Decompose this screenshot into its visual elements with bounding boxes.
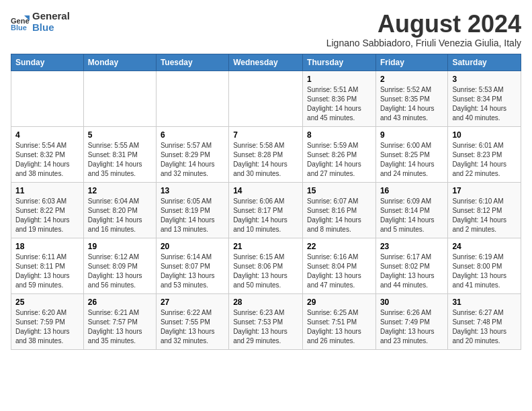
day-number: 25 — [15, 298, 79, 307]
day-info: Sunrise: 5:58 AM Sunset: 8:28 PM Dayligh… — [233, 141, 298, 179]
day-info: Sunrise: 6:01 AM Sunset: 8:23 PM Dayligh… — [452, 141, 517, 179]
logo-icon: General Blue — [11, 13, 30, 32]
calendar-cell: 18Sunrise: 6:11 AM Sunset: 8:11 PM Dayli… — [11, 238, 84, 293]
calendar-cell: 5Sunrise: 5:55 AM Sunset: 8:31 PM Daylig… — [83, 126, 156, 182]
calendar-cell: 28Sunrise: 6:23 AM Sunset: 7:53 PM Dayli… — [229, 293, 303, 349]
header-sunday: Sunday — [11, 54, 84, 71]
day-number: 22 — [307, 242, 371, 251]
day-info: Sunrise: 6:10 AM Sunset: 8:12 PM Dayligh… — [452, 197, 517, 234]
day-number: 16 — [380, 186, 443, 195]
day-number: 20 — [161, 242, 224, 251]
day-info: Sunrise: 6:07 AM Sunset: 8:16 PM Dayligh… — [307, 197, 371, 234]
day-number: 14 — [233, 186, 298, 195]
calendar-body: 1Sunrise: 5:51 AM Sunset: 8:36 PM Daylig… — [11, 71, 521, 349]
calendar-cell: 21Sunrise: 6:15 AM Sunset: 8:06 PM Dayli… — [229, 238, 303, 293]
day-number: 28 — [233, 298, 298, 307]
month-title: August 2024 — [326, 11, 521, 38]
day-number: 18 — [15, 242, 79, 251]
calendar-table: SundayMondayTuesdayWednesdayThursdayFrid… — [11, 54, 521, 350]
calendar-cell: 30Sunrise: 6:26 AM Sunset: 7:49 PM Dayli… — [375, 293, 447, 349]
calendar-cell: 25Sunrise: 6:20 AM Sunset: 7:59 PM Dayli… — [11, 293, 84, 349]
calendar-cell: 10Sunrise: 6:01 AM Sunset: 8:23 PM Dayli… — [448, 126, 521, 182]
calendar-cell: 27Sunrise: 6:22 AM Sunset: 7:55 PM Dayli… — [156, 293, 228, 349]
calendar-cell: 6Sunrise: 5:57 AM Sunset: 8:29 PM Daylig… — [156, 126, 228, 182]
logo-general: General — [32, 11, 70, 22]
week-row-2: 4Sunrise: 5:54 AM Sunset: 8:32 PM Daylig… — [11, 126, 521, 182]
header: General Blue General Blue August 2024 Li… — [11, 11, 521, 48]
header-monday: Monday — [83, 54, 156, 71]
header-row: SundayMondayTuesdayWednesdayThursdayFrid… — [11, 54, 521, 71]
day-number: 1 — [307, 75, 371, 84]
header-tuesday: Tuesday — [156, 54, 228, 71]
day-number: 10 — [452, 130, 517, 140]
day-info: Sunrise: 6:19 AM Sunset: 8:00 PM Dayligh… — [452, 253, 517, 290]
week-row-5: 25Sunrise: 6:20 AM Sunset: 7:59 PM Dayli… — [11, 293, 521, 349]
day-info: Sunrise: 5:57 AM Sunset: 8:29 PM Dayligh… — [161, 141, 224, 179]
calendar-cell: 20Sunrise: 6:14 AM Sunset: 8:07 PM Dayli… — [156, 238, 228, 293]
calendar-header: SundayMondayTuesdayWednesdayThursdayFrid… — [11, 54, 521, 71]
day-info: Sunrise: 5:51 AM Sunset: 8:36 PM Dayligh… — [307, 85, 371, 123]
calendar-cell: 3Sunrise: 5:53 AM Sunset: 8:34 PM Daylig… — [448, 71, 521, 126]
calendar-cell: 15Sunrise: 6:07 AM Sunset: 8:16 PM Dayli… — [303, 182, 376, 238]
logo: General Blue General Blue — [11, 11, 70, 33]
day-number: 29 — [307, 298, 371, 307]
svg-text:Blue: Blue — [11, 24, 27, 32]
day-number: 5 — [88, 130, 152, 140]
week-row-3: 11Sunrise: 6:03 AM Sunset: 8:22 PM Dayli… — [11, 182, 521, 238]
calendar-cell: 2Sunrise: 5:52 AM Sunset: 8:35 PM Daylig… — [375, 71, 447, 126]
calendar-cell — [83, 71, 156, 126]
header-saturday: Saturday — [448, 54, 521, 71]
day-number: 9 — [380, 130, 443, 140]
day-info: Sunrise: 6:00 AM Sunset: 8:25 PM Dayligh… — [380, 141, 443, 179]
day-info: Sunrise: 6:20 AM Sunset: 7:59 PM Dayligh… — [15, 308, 79, 346]
day-number: 27 — [161, 298, 224, 307]
day-info: Sunrise: 5:53 AM Sunset: 8:34 PM Dayligh… — [452, 85, 517, 123]
logo-blue: Blue — [32, 22, 70, 34]
day-info: Sunrise: 6:23 AM Sunset: 7:53 PM Dayligh… — [233, 308, 298, 346]
calendar-cell: 1Sunrise: 5:51 AM Sunset: 8:36 PM Daylig… — [303, 71, 376, 126]
header-wednesday: Wednesday — [229, 54, 303, 71]
day-info: Sunrise: 6:17 AM Sunset: 8:02 PM Dayligh… — [380, 253, 443, 290]
day-info: Sunrise: 6:16 AM Sunset: 8:04 PM Dayligh… — [307, 253, 371, 290]
day-number: 21 — [233, 242, 298, 251]
day-number: 30 — [380, 298, 443, 307]
day-info: Sunrise: 5:54 AM Sunset: 8:32 PM Dayligh… — [15, 141, 79, 179]
day-info: Sunrise: 6:21 AM Sunset: 7:57 PM Dayligh… — [88, 308, 152, 346]
day-number: 6 — [161, 130, 224, 140]
day-info: Sunrise: 6:12 AM Sunset: 8:09 PM Dayligh… — [88, 253, 152, 290]
day-number: 12 — [88, 186, 152, 195]
day-number: 3 — [452, 75, 517, 84]
day-info: Sunrise: 6:25 AM Sunset: 7:51 PM Dayligh… — [307, 308, 371, 346]
calendar-cell: 7Sunrise: 5:58 AM Sunset: 8:28 PM Daylig… — [229, 126, 303, 182]
calendar-cell: 8Sunrise: 5:59 AM Sunset: 8:26 PM Daylig… — [303, 126, 376, 182]
calendar-cell: 16Sunrise: 6:09 AM Sunset: 8:14 PM Dayli… — [375, 182, 447, 238]
calendar-cell: 29Sunrise: 6:25 AM Sunset: 7:51 PM Dayli… — [303, 293, 376, 349]
day-info: Sunrise: 5:55 AM Sunset: 8:31 PM Dayligh… — [88, 141, 152, 179]
day-number: 17 — [452, 186, 517, 195]
day-info: Sunrise: 6:22 AM Sunset: 7:55 PM Dayligh… — [161, 308, 224, 346]
calendar-cell: 22Sunrise: 6:16 AM Sunset: 8:04 PM Dayli… — [303, 238, 376, 293]
day-info: Sunrise: 5:59 AM Sunset: 8:26 PM Dayligh… — [307, 141, 371, 179]
calendar-cell: 14Sunrise: 6:06 AM Sunset: 8:17 PM Dayli… — [229, 182, 303, 238]
subtitle: Lignano Sabbiadoro, Friuli Venezia Giuli… — [326, 38, 521, 48]
day-number: 24 — [452, 242, 517, 251]
day-info: Sunrise: 6:11 AM Sunset: 8:11 PM Dayligh… — [15, 253, 79, 290]
day-number: 13 — [161, 186, 224, 195]
day-number: 2 — [380, 75, 443, 84]
day-number: 4 — [15, 130, 79, 140]
header-thursday: Thursday — [303, 54, 376, 71]
day-info: Sunrise: 6:15 AM Sunset: 8:06 PM Dayligh… — [233, 253, 298, 290]
week-row-4: 18Sunrise: 6:11 AM Sunset: 8:11 PM Dayli… — [11, 238, 521, 293]
day-number: 19 — [88, 242, 152, 251]
calendar-cell: 13Sunrise: 6:05 AM Sunset: 8:19 PM Dayli… — [156, 182, 228, 238]
calendar-cell: 31Sunrise: 6:27 AM Sunset: 7:48 PM Dayli… — [448, 293, 521, 349]
calendar-cell — [11, 71, 84, 126]
calendar-cell: 24Sunrise: 6:19 AM Sunset: 8:00 PM Dayli… — [448, 238, 521, 293]
calendar-cell: 19Sunrise: 6:12 AM Sunset: 8:09 PM Dayli… — [83, 238, 156, 293]
day-info: Sunrise: 6:14 AM Sunset: 8:07 PM Dayligh… — [161, 253, 224, 290]
calendar-cell: 4Sunrise: 5:54 AM Sunset: 8:32 PM Daylig… — [11, 126, 84, 182]
day-info: Sunrise: 6:26 AM Sunset: 7:49 PM Dayligh… — [380, 308, 443, 346]
header-friday: Friday — [375, 54, 447, 71]
day-number: 26 — [88, 298, 152, 307]
week-row-1: 1Sunrise: 5:51 AM Sunset: 8:36 PM Daylig… — [11, 71, 521, 126]
